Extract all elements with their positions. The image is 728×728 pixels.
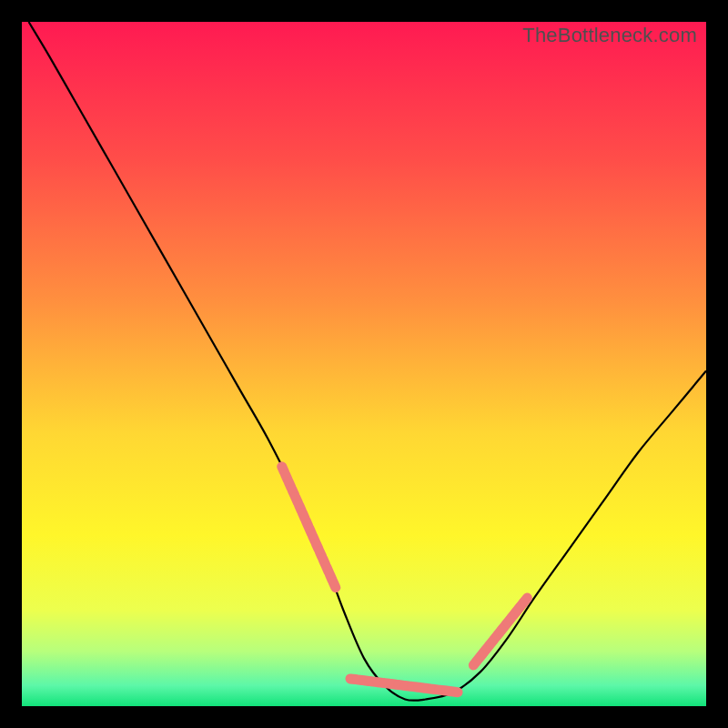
chart-frame: TheBottleneck.com: [0, 0, 728, 728]
gradient-background: [22, 22, 706, 706]
svg-line-15: [333, 582, 336, 588]
plot-area: TheBottleneck.com: [22, 22, 706, 706]
svg-line-47: [525, 598, 528, 601]
svg-line-31: [453, 692, 458, 693]
chart-svg: [22, 22, 706, 706]
watermark-text: TheBottleneck.com: [522, 24, 697, 47]
